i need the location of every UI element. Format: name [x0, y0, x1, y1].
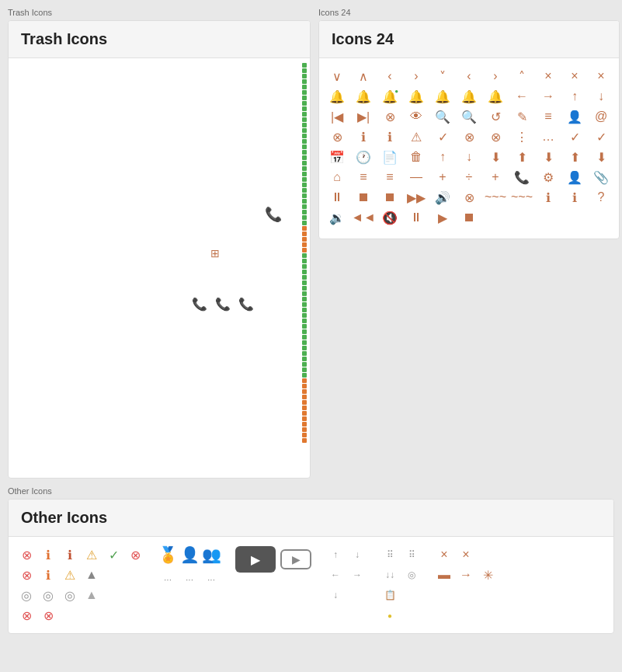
phone-icon-2[interactable]: 📞 — [191, 295, 208, 312]
play-button-outline[interactable]: ▶ — [280, 549, 311, 569]
calendar-icon[interactable]: 📅 — [328, 148, 346, 165]
attachment-icon[interactable]: 📎 — [592, 169, 610, 186]
list-icon[interactable]: ≡ — [381, 169, 398, 186]
chevron-down-icon[interactable]: ∨ — [328, 68, 346, 85]
clock-icon[interactable]: 🕐 — [355, 148, 372, 165]
phone-icon-1[interactable]: 📞 — [265, 206, 282, 223]
dots2-icon[interactable]: ··· — [181, 571, 198, 588]
arrow-right-icon[interactable]: → — [540, 88, 557, 105]
close-x3-icon[interactable]: × — [592, 68, 610, 85]
search-icon[interactable]: 🔍 — [434, 108, 451, 125]
chevron-up-icon[interactable]: ∧ — [355, 68, 372, 85]
arrow-right-sm[interactable]: → — [349, 566, 366, 583]
check-icon[interactable]: ✓ — [566, 128, 583, 145]
circle-sm-3[interactable]: ◎ — [61, 587, 78, 604]
play2-icon[interactable]: ▶ — [434, 209, 451, 226]
person-icon[interactable]: 👤 — [566, 169, 583, 186]
sort-down-icon[interactable]: ↓ — [460, 148, 478, 165]
bell-badge2-icon[interactable]: 🔔 — [487, 88, 504, 105]
bell-filled2-icon[interactable]: 🔔 — [434, 88, 451, 105]
arrow-down-sm[interactable]: ↓ — [349, 546, 366, 563]
caution-icon[interactable]: ⚠ — [83, 546, 100, 563]
triangle-sm-2[interactable]: ▲ — [83, 587, 100, 604]
vol-back-icon[interactable]: ◄◄ — [355, 209, 372, 226]
arrow-left-sm[interactable]: ← — [327, 566, 344, 583]
chevron-right-icon[interactable]: › — [408, 68, 425, 85]
caret-right-icon[interactable]: › — [487, 68, 504, 85]
check-circle-icon[interactable]: ✓ — [434, 128, 451, 145]
vol-off-icon[interactable]: 🔇 — [381, 209, 398, 226]
arrow-down2-sm[interactable]: ↓ — [327, 587, 344, 604]
document-icon[interactable]: 📄 — [381, 148, 398, 165]
success-icon[interactable]: ✓ — [105, 546, 122, 563]
edit-icon[interactable]: ✎ — [513, 108, 530, 125]
phone-icon-3[interactable]: 📞 — [214, 295, 231, 312]
info-circle2-icon[interactable]: ℹ — [381, 128, 398, 145]
warning-icon-1[interactable]: ℹ — [40, 546, 57, 563]
warning-icon[interactable]: ⚠ — [408, 128, 425, 145]
dots3-icon[interactable]: ··· — [203, 571, 220, 588]
bell-filled-icon[interactable]: 🔔 — [408, 88, 425, 105]
grid-dots-icon[interactable]: ⠿ — [381, 546, 398, 563]
eye-off-icon[interactable]: ⊗ — [381, 108, 398, 125]
warning-icon-2[interactable]: ℹ — [61, 546, 78, 563]
phone-icon-4[interactable]: 📞 — [238, 295, 255, 312]
fast-fwd-icon[interactable]: ▶▶ — [408, 189, 425, 206]
minus-icon[interactable]: — — [408, 169, 425, 186]
user-single-icon[interactable]: 👤 — [181, 546, 198, 563]
eye-slash-icon[interactable]: ~~~ — [487, 189, 504, 206]
eye-icon[interactable]: 👁 — [408, 108, 425, 125]
arrow-up-sm[interactable]: ↑ — [327, 546, 344, 563]
dot-yellow-icon[interactable]: ● — [381, 607, 398, 624]
warning-sm-1[interactable]: ⚠ — [61, 566, 78, 583]
award-icon[interactable]: 🏅 — [159, 546, 176, 563]
more-horizontal-icon[interactable]: … — [540, 128, 557, 145]
arrow-up-icon[interactable]: ↑ — [566, 88, 583, 105]
filter2-icon[interactable]: ⊗ — [460, 189, 478, 206]
add-icon[interactable]: + — [487, 169, 504, 186]
triangle-sm-1[interactable]: ▲ — [83, 566, 100, 583]
rect-icon[interactable]: ▬ — [436, 566, 453, 583]
phone-icon[interactable]: 📞 — [513, 169, 530, 186]
download2-icon[interactable]: ⬇ — [540, 148, 557, 165]
target-icon[interactable]: ◎ — [403, 566, 420, 583]
user-group-icon[interactable]: 👥 — [203, 546, 220, 563]
info3-icon[interactable]: ℹ — [566, 189, 583, 206]
caret-left-icon[interactable]: ‹ — [460, 68, 478, 85]
close-circle2-icon[interactable]: ⊗ — [460, 128, 478, 145]
error-sm-1[interactable]: ⊗ — [18, 566, 35, 583]
chevron-left-icon[interactable]: ‹ — [381, 68, 398, 85]
search-plus-icon[interactable]: 🔍 — [460, 108, 478, 125]
plus-icon[interactable]: + — [434, 169, 451, 186]
expand-icon[interactable]: ⏹ — [355, 189, 372, 206]
error-icon-4[interactable]: ⊗ — [40, 607, 57, 624]
grid-icon[interactable]: ⊞ — [207, 245, 224, 262]
vol-down-icon[interactable]: 🔉 — [328, 209, 346, 226]
clipboard-icon[interactable]: 📋 — [381, 587, 398, 604]
close-x2-icon[interactable]: × — [566, 68, 583, 85]
error-icon-1[interactable]: ⊗ — [18, 546, 35, 563]
trash-icon[interactable]: 🗑 — [408, 148, 425, 165]
filter-icon[interactable]: ≡ — [355, 169, 372, 186]
arrow-down-icon[interactable]: ↓ — [592, 88, 610, 105]
pause-icon[interactable]: ⏸ — [328, 189, 346, 206]
play-button-filled[interactable]: ▶ — [235, 546, 276, 573]
caret-down-icon[interactable]: ˅ — [434, 68, 451, 85]
arrow-left-icon[interactable]: ← — [513, 88, 530, 105]
info-circle-icon[interactable]: ℹ — [355, 128, 372, 145]
close-x-icon[interactable]: × — [540, 68, 557, 85]
skip-back-icon[interactable]: |◀ — [328, 108, 346, 125]
close-x-sm-2[interactable]: × — [457, 546, 474, 563]
eye-slash2-icon[interactable]: ~~~ — [513, 189, 530, 206]
circle-sm-1[interactable]: ◎ — [18, 587, 35, 604]
grid-dots2-icon[interactable]: ⠿ — [403, 546, 420, 563]
close-x-sm-1[interactable]: × — [436, 546, 453, 563]
more-vertical-icon[interactable]: ⋮ — [513, 128, 530, 145]
upload-icon[interactable]: ⬆ — [513, 148, 530, 165]
tools-icon[interactable]: ⚙ — [540, 169, 557, 186]
close-circle-icon[interactable]: ⊗ — [328, 128, 346, 145]
at-icon[interactable]: @ — [592, 108, 610, 125]
circle-sm-2[interactable]: ◎ — [40, 587, 57, 604]
menu-icon[interactable]: ≡ — [540, 108, 557, 125]
caret-up-icon[interactable]: ˄ — [513, 68, 530, 85]
